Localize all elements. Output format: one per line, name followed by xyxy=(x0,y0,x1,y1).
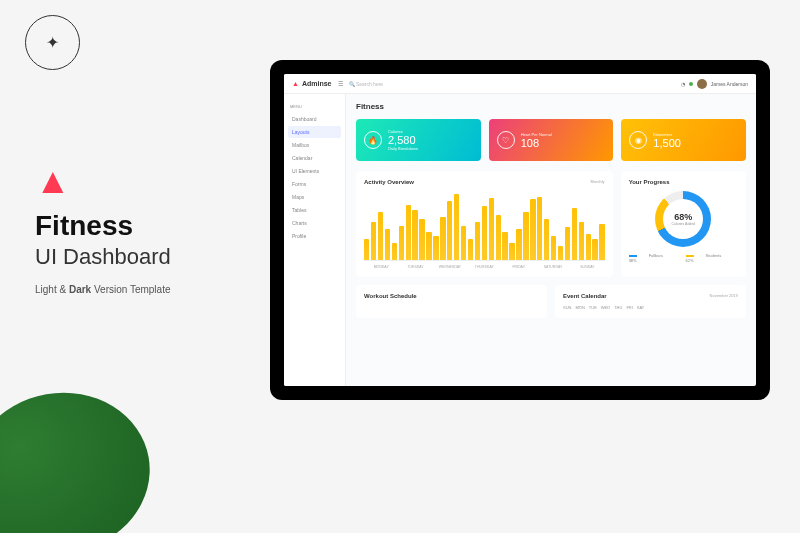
sidebar-item-mailbox[interactable]: Mailbox xyxy=(288,139,341,151)
bar xyxy=(599,224,604,260)
activity-filter[interactable]: Monthly xyxy=(591,179,605,185)
chart-x-axis: MONDAYTUESDAYWEDNESDAYTHURSDAYFRIDAYSATU… xyxy=(364,265,605,269)
activity-panel: Activity OverviewMonthly MONDAYTUESDAYWE… xyxy=(356,171,613,277)
main-content: Fitness 🔥 Calories2,580Daily Breakdown ♡… xyxy=(346,94,756,386)
notification-icon[interactable]: ◔ xyxy=(681,81,685,87)
menu-icon[interactable]: ☰ xyxy=(338,80,343,87)
bar xyxy=(447,201,452,260)
designer-badge: ✦ xyxy=(25,15,80,70)
bar xyxy=(454,194,459,260)
bar xyxy=(426,232,431,260)
flame-icon: 🔥 xyxy=(364,131,382,149)
bar xyxy=(516,229,521,260)
bar xyxy=(579,222,584,260)
sidebar-item-charts[interactable]: Charts xyxy=(288,217,341,229)
card-heart[interactable]: ♡ Heart Per Normal108 xyxy=(489,119,614,161)
headline-1: Fitness xyxy=(35,210,275,242)
calendar-days: SUNMONTUEWEDTHUFRISAT xyxy=(563,305,738,310)
sidebar-item-layouts[interactable]: Layouts xyxy=(288,126,341,138)
bar xyxy=(392,243,397,260)
sidebar-item-ui-elements[interactable]: UI Elements xyxy=(288,165,341,177)
bar xyxy=(419,219,424,260)
bar xyxy=(461,226,466,261)
search-input[interactable]: 🔍 Search here xyxy=(349,81,675,87)
tagline: Light & Dark Version Template xyxy=(35,284,275,295)
topbar: Adminse ☰ 🔍 Search here ◔ James Anderson xyxy=(284,74,756,94)
card-distance[interactable]: ◉ Kilometers1,500 xyxy=(621,119,746,161)
bar xyxy=(586,234,591,260)
bar xyxy=(385,229,390,260)
bar xyxy=(378,212,383,260)
bar xyxy=(371,222,376,260)
bar xyxy=(406,205,411,260)
heart-icon: ♡ xyxy=(497,131,515,149)
user-name: James Anderson xyxy=(711,81,748,87)
decorative-leaf xyxy=(0,379,163,533)
sidebar-item-dashboard[interactable]: Dashboard xyxy=(288,113,341,125)
page-title: Fitness xyxy=(356,102,746,111)
bar xyxy=(572,208,577,260)
bar xyxy=(537,197,542,260)
bar xyxy=(592,239,597,260)
bar xyxy=(502,232,507,260)
card-calories[interactable]: 🔥 Calories2,580Daily Breakdown xyxy=(356,119,481,161)
bar xyxy=(412,210,417,260)
progress-donut: 68%Calories Added xyxy=(655,191,711,247)
sidebar-item-maps[interactable]: Maps xyxy=(288,191,341,203)
bar xyxy=(433,236,438,260)
bar xyxy=(530,199,535,260)
sidebar-item-calendar[interactable]: Calendar xyxy=(288,152,341,164)
bar xyxy=(482,206,487,260)
progress-legend: Fullbars 38% Students 62% xyxy=(629,253,738,263)
activity-chart xyxy=(364,191,605,261)
marketing-copy: ▲ Fitness UI Dashboard Light & Dark Vers… xyxy=(35,160,275,295)
app-screen: Adminse ☰ 🔍 Search here ◔ James Anderson… xyxy=(284,74,756,386)
user-menu[interactable]: ◔ James Anderson xyxy=(681,79,748,89)
stat-cards: 🔥 Calories2,580Daily Breakdown ♡ Heart P… xyxy=(356,119,746,161)
progress-panel: Your Progress 68%Calories Added Fullbars… xyxy=(621,171,746,277)
headline-2: UI Dashboard xyxy=(35,244,275,270)
activity-title: Activity Overview xyxy=(364,179,414,185)
bar xyxy=(468,239,473,260)
workout-panel: Workout Schedule xyxy=(356,285,547,318)
bar xyxy=(523,212,528,260)
sidebar-item-tables[interactable]: Tables xyxy=(288,204,341,216)
bar xyxy=(489,198,494,260)
bar xyxy=(509,243,514,260)
sidebar: Menu DashboardLayoutsMailboxCalendarUI E… xyxy=(284,94,346,386)
bar xyxy=(565,227,570,260)
sidebar-item-forms[interactable]: Forms xyxy=(288,178,341,190)
bar xyxy=(558,246,563,260)
avatar[interactable] xyxy=(697,79,707,89)
bar xyxy=(399,226,404,261)
logo-mark: ▲ xyxy=(35,160,275,202)
sidebar-item-profile[interactable]: Profile xyxy=(288,230,341,242)
kettlebell-icon: ◉ xyxy=(629,131,647,149)
bar xyxy=(496,215,501,260)
bar xyxy=(364,239,369,260)
progress-title: Your Progress xyxy=(629,179,670,185)
bar xyxy=(544,219,549,260)
brand-logo[interactable]: Adminse xyxy=(292,80,332,87)
laptop-mockup: Adminse ☰ 🔍 Search here ◔ James Anderson… xyxy=(270,60,770,400)
bar xyxy=(475,222,480,260)
bar xyxy=(440,217,445,260)
calendar-panel: Event CalendarNovember 2019 SUNMONTUEWED… xyxy=(555,285,746,318)
bar xyxy=(551,236,556,260)
sidebar-header: Menu xyxy=(290,104,339,109)
status-dot xyxy=(689,82,693,86)
